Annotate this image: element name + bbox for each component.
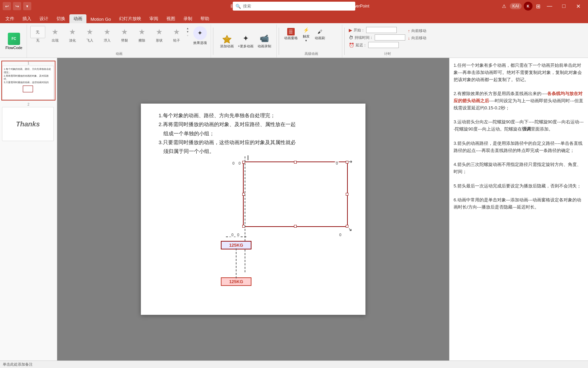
tab-insert[interactable]: 插入 <box>18 14 35 23</box>
record-animation-button[interactable]: 📹 动画录制 <box>256 33 273 50</box>
note-line-3: 3.运动箭头分向左—陀螺旋90度---向下----陀螺旋90度---向右运动--… <box>454 119 584 133</box>
handle-mr[interactable] <box>346 193 348 196</box>
tab-file[interactable]: 文件 <box>1 14 18 23</box>
anim-split[interactable]: ★ 劈裂 <box>116 25 133 44</box>
effect-options-label: 效果选项 <box>193 41 207 45</box>
canvas-text-block: 1.每个对象的动画、路径、方向先单独各自处理完； 2.再将需同时播放的动画的对象… <box>159 111 361 156</box>
ribbon-sep-1 <box>213 28 213 55</box>
slide-canvas: 1.每个对象的动画、路径、方向先单独各自处理完； 2.再将需同时播放的动画的对象… <box>141 104 365 315</box>
undo-button[interactable]: ↩ <box>3 2 11 10</box>
reorder-back-label: 向后移动 <box>411 35 426 41</box>
start-input[interactable] <box>366 27 397 33</box>
add-animation-label: 添加动画 <box>220 44 234 49</box>
anim-shape[interactable]: ★ 形状 <box>151 25 167 44</box>
canvas-area[interactable]: 1.每个对象的动画、路径、方向先单独各自处理完； 2.再将需同时播放的动画的对象… <box>57 58 449 361</box>
slide-thumbnail-2[interactable]: 2 Thanks <box>1 102 55 142</box>
adv-anim-group-label: 高级动画 <box>283 51 340 57</box>
num-label-2: 0 <box>238 161 242 166</box>
search-icon: 🔍 <box>235 4 241 9</box>
ribbon-sep-3 <box>344 28 345 55</box>
notes-panel[interactable]: 1.任何一个对象有多个动画，都只需在下一个动画开始前单击此对象---再单击添加动… <box>449 58 588 361</box>
titlebar: ↩ ↪ ▼ 🔍 箭头动画只有一个原生对象可以加多个动画只需错开时间轴即可 - P… <box>0 0 588 12</box>
tab-transition[interactable]: 切换 <box>52 14 69 23</box>
tab-motion-go[interactable]: Motion Go <box>86 15 115 23</box>
anim-painter-icon: 🖌 <box>316 28 324 35</box>
maximize-button[interactable]: □ <box>557 1 571 11</box>
slide-thumbnail-1[interactable]: 1 1.每个对象的动画、路径、方向先单独各自处理完； 2.再将需同时播放的动画的… <box>1 61 55 101</box>
slide-2-content: Thanks <box>2 107 53 141</box>
tab-help[interactable]: 帮助 <box>196 14 213 23</box>
canvas-line-1: 1.每个对象的动画、路径、方向先单独各自处理完； <box>159 111 361 120</box>
statusbar: 单击此处添加备注 <box>0 361 588 368</box>
scroll-down-arrow[interactable]: ▼ <box>185 30 190 33</box>
arrow-cursor-right: ➜ <box>348 159 353 164</box>
note-line-5: 4.箭头的三次陀螺旋动画不用指定路径只需指定旋转方向、角度、时间； <box>454 161 584 175</box>
svg-text:+: + <box>226 36 228 40</box>
anim-wheel[interactable]: ★ 轮子 <box>168 25 185 44</box>
selection-box[interactable] <box>243 162 348 227</box>
anim-none[interactable]: 无 无 <box>30 25 46 44</box>
start-icon: ▶ <box>349 28 352 33</box>
delay-icon: ⏰ <box>349 43 354 48</box>
tab-review[interactable]: 审阅 <box>145 14 162 23</box>
weight-box-2[interactable]: 125KG <box>221 277 251 286</box>
customize-button[interactable]: ▼ <box>23 2 31 10</box>
more-animation-icon: ✦ <box>241 34 250 43</box>
ribbon-group-flowcode: FC FlowCode <box>1 25 27 58</box>
animation-scroll-arrows[interactable]: ▲ ▼ ⬦ <box>185 27 190 37</box>
anim-window-button[interactable]: ☰ 动画窗格 <box>283 27 299 41</box>
flowcode-button[interactable]: FC FlowCode <box>3 32 24 51</box>
trigger-button[interactable]: ⚡ 触发 ▼ <box>300 26 312 43</box>
search-input[interactable] <box>243 4 353 9</box>
num-label-4: 0 <box>230 232 234 237</box>
add-animation-button[interactable]: + 添加动画 <box>219 33 235 50</box>
ribbon-tabs: 文件 插入 设计 切换 动画 Motion Go 幻灯片放映 审阅 视图 录制 … <box>0 12 588 23</box>
cursor-ibeam: I <box>247 154 249 162</box>
trigger-dropdown-icon: ▼ <box>305 39 308 42</box>
anim-window-row: ☰ 动画窗格 ⚡ 触发 ▼ 🖌 动画刷 <box>283 25 326 43</box>
tab-slideshow[interactable]: 幻灯片放映 <box>115 14 145 23</box>
handle-tc[interactable] <box>294 161 297 164</box>
effect-options-button[interactable]: ✦ 效果选项 <box>192 25 209 46</box>
tab-view[interactable]: 视图 <box>162 14 179 23</box>
duration-input[interactable] <box>375 34 405 41</box>
record-icon: 📹 <box>260 34 269 43</box>
search-bar[interactable]: 🔍 <box>233 2 355 11</box>
scroll-up-arrow[interactable]: ▲ <box>185 27 190 30</box>
anim-window-icon: ☰ <box>287 28 295 35</box>
tab-design[interactable]: 设计 <box>35 14 52 23</box>
canvas-line-3b: 须归属于同一个小组。 <box>163 147 361 156</box>
handle-tr[interactable] <box>346 161 348 164</box>
anim-wipe[interactable]: ★ 擦除 <box>134 25 150 44</box>
canvas-line-3: 3.只要需同时播放的动画，这些动画对应的对象及其属性就必 <box>159 138 361 147</box>
minimize-button[interactable]: — <box>542 1 557 11</box>
note-line-1: 1.任何一个对象有多个动画，都只需在下一个动画开始前单击此对象---再单击添加动… <box>454 62 584 83</box>
close-button[interactable]: ✕ <box>571 1 585 11</box>
alert-icon: ⚠ <box>502 3 506 9</box>
num-label-6: 0 <box>338 232 342 237</box>
scroll-expand-arrow[interactable]: ⬦ <box>185 33 190 37</box>
tab-animation[interactable]: 动画 <box>69 14 86 23</box>
slide-2-thumbnail: Thanks <box>2 107 54 141</box>
anim-float[interactable]: ★ 浮入 <box>99 25 115 44</box>
anim-appear[interactable]: ★ 出现 <box>47 25 63 44</box>
anim-fly[interactable]: ★ 飞入 <box>82 25 98 44</box>
anim-painter-button[interactable]: 🖌 动画刷 <box>314 27 326 41</box>
start-row: ▶ 开始： <box>349 27 405 33</box>
more-animation-button[interactable]: ✦ +更多动画 <box>236 33 255 50</box>
anim-fade[interactable]: ★ 淡化 <box>64 25 81 44</box>
handle-bc[interactable] <box>294 225 297 228</box>
animation-group-label: 动画 <box>116 51 122 57</box>
canvas-line-2: 2.再将需同时播放的动画的对象、及对应路径、属性放在一起 <box>159 120 361 129</box>
tab-record[interactable]: 录制 <box>179 14 196 23</box>
reorder-fwd-icon: ↑ <box>408 28 410 33</box>
layout-icon[interactable]: ⊞ <box>536 3 540 10</box>
note-line-7: 6.动画中常用的是单击对象—添加动画---动画窗格设定各对象的动画时长/方向--… <box>454 197 584 211</box>
flowcode-icon: FC <box>8 33 20 45</box>
delay-input[interactable] <box>368 42 399 48</box>
slide-1-thumbnail: 1.每个对象的动画、路径、方向先单独各自处理完； 2.再将需同时播放的动画的对象… <box>2 66 54 100</box>
user-avatar[interactable]: K <box>524 2 533 11</box>
note-bold-text: 强调 <box>522 126 531 132</box>
redo-button[interactable]: ↪ <box>13 2 21 10</box>
handle-br[interactable] <box>346 225 348 228</box>
